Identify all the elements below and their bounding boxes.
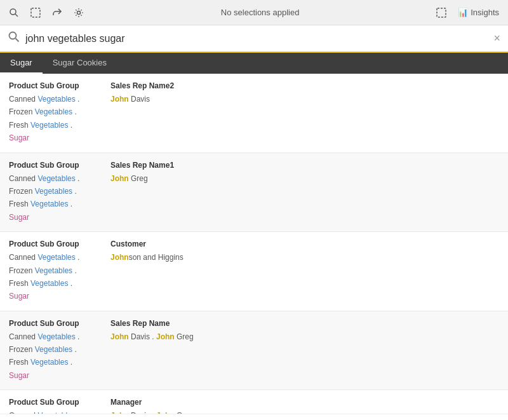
field-values: Canned Vegetables .Frozen Vegetables .Fr…	[9, 93, 103, 145]
highlight-blue: Vegetables	[37, 253, 75, 262]
table-row: Product Sub GroupCanned Vegetables .Froz…	[0, 153, 508, 233]
toolbar-status: No selections applied	[91, 8, 429, 17]
show-more-area: Show me more	[0, 414, 508, 420]
plain-text: Davis .	[129, 411, 156, 414]
table-row: Product Sub GroupCanned Vegetables .Froz…	[0, 390, 508, 414]
plain-text: .	[76, 253, 80, 262]
plain-text: Frozen	[9, 187, 35, 196]
search-magnifier-icon	[8, 30, 20, 46]
plain-text: Fresh	[9, 121, 30, 130]
result-right: Sales Rep NameJohn Davis . John Greg	[110, 319, 499, 383]
highlight-blue: Vegetables	[35, 266, 72, 275]
highlight-yellow: John	[110, 253, 129, 262]
search-bar: ×	[0, 25, 508, 53]
plain-text: Fresh	[9, 200, 30, 208]
result-left: Product Sub GroupCanned Vegetables .Froz…	[9, 240, 110, 303]
plain-text: Frozen	[9, 345, 35, 354]
plain-text: Canned	[9, 253, 37, 262]
field-right-values: John Davis . John Greg	[110, 409, 499, 414]
smart-search-icon[interactable]	[432, 4, 450, 22]
field-values: Canned Vegetables .Frozen Vegetables .Fr…	[9, 251, 103, 303]
toolbar: No selections applied 📊 Insights	[0, 0, 508, 25]
plain-text: son and Higgins	[129, 253, 184, 262]
plain-text: Canned	[9, 411, 37, 414]
svg-rect-4	[437, 8, 446, 17]
tab-sugar-cookies[interactable]: Sugar Cookies	[43, 53, 117, 74]
highlight-blue: Vegetables	[30, 279, 68, 288]
table-row: Product Sub GroupCanned Vegetables .Froz…	[0, 232, 508, 311]
tag-sugar: Sugar	[9, 133, 29, 142]
highlight-blue: Vegetables	[30, 358, 68, 367]
highlight-yellow: John	[110, 332, 129, 341]
clear-search-icon[interactable]: ×	[493, 32, 500, 45]
result-right: CustomerJohnson and Higgins	[110, 240, 499, 303]
plain-text: Fresh	[9, 279, 30, 288]
settings-icon[interactable]	[70, 4, 88, 22]
result-left: Product Sub GroupCanned Vegetables .Froz…	[9, 319, 110, 383]
result-right: Sales Rep Name1John Greg	[110, 161, 499, 224]
field-right-values: John Davis . John Greg	[110, 330, 499, 343]
highlight-blue: Vegetables	[30, 121, 68, 130]
plain-text: Greg	[129, 174, 148, 183]
highlight-blue: Vegetables	[37, 411, 75, 414]
plain-text: .	[68, 200, 72, 208]
insights-button[interactable]: 📊 Insights	[454, 6, 503, 18]
table-row: Product Sub GroupCanned Vegetables .Froz…	[0, 311, 508, 391]
field-right-values: Johnson and Higgins	[110, 251, 499, 264]
svg-point-3	[77, 11, 81, 14]
highlight-blue: Vegetables	[35, 187, 72, 196]
highlight-blue: Vegetables	[37, 174, 75, 183]
field-values: Canned Vegetables .Frozen Vegetables .Fr…	[9, 409, 103, 414]
plain-text: Canned	[9, 174, 37, 183]
highlight-yellow: John	[156, 332, 175, 341]
svg-line-6	[16, 39, 19, 42]
highlight-blue: Vegetables	[30, 200, 68, 208]
highlight-yellow: John	[110, 95, 129, 104]
field-values: Canned Vegetables .Frozen Vegetables .Fr…	[9, 172, 103, 224]
result-left: Product Sub GroupCanned Vegetables .Froz…	[9, 81, 110, 145]
plain-text: Davis	[129, 95, 150, 104]
plain-text: Fresh	[9, 358, 30, 367]
plain-text: Frozen	[9, 107, 35, 116]
plain-text: .	[68, 279, 72, 288]
tabs-bar: Sugar Sugar Cookies	[0, 53, 508, 74]
plain-text: Davis .	[129, 332, 156, 341]
bar-chart-icon: 📊	[458, 8, 468, 17]
result-right: Sales Rep Name2John Davis	[110, 81, 499, 145]
highlight-blue: Vegetables	[35, 107, 72, 116]
field-right-values: John Greg	[110, 172, 499, 185]
field-label: Product Sub Group	[9, 161, 103, 170]
field-label: Product Sub Group	[9, 81, 103, 90]
insights-label: Insights	[471, 8, 499, 17]
tab-sugar[interactable]: Sugar	[0, 53, 43, 74]
field-label: Product Sub Group	[9, 319, 103, 328]
svg-point-0	[10, 9, 16, 15]
svg-point-5	[10, 32, 17, 39]
field-label: Product Sub Group	[9, 240, 103, 248]
table-row: Product Sub GroupCanned Vegetables .Froz…	[0, 74, 508, 153]
plain-text: .	[68, 358, 72, 367]
plain-text: .	[72, 187, 77, 196]
plain-text: Frozen	[9, 266, 35, 275]
plain-text: Greg	[175, 411, 194, 414]
plain-text: .	[72, 107, 77, 116]
svg-rect-2	[31, 8, 40, 17]
search-icon[interactable]	[5, 4, 23, 22]
result-right: ManagerJohn Davis . John Greg	[110, 398, 499, 414]
highlight-blue: Vegetables	[37, 95, 75, 104]
search-input[interactable]	[25, 33, 488, 44]
highlight-yellow: John	[110, 174, 129, 183]
plain-text: .	[76, 95, 80, 104]
svg-line-1	[15, 14, 18, 17]
share-icon[interactable]	[48, 4, 66, 22]
field-right-label: Customer	[110, 240, 499, 248]
field-values: Canned Vegetables .Frozen Vegetables .Fr…	[9, 330, 103, 383]
field-right-label: Sales Rep Name1	[110, 161, 499, 170]
plain-text: .	[76, 411, 80, 414]
tag-sugar: Sugar	[9, 371, 29, 380]
tag-sugar: Sugar	[9, 292, 29, 301]
plain-text: Canned	[9, 332, 37, 341]
selection-icon[interactable]	[27, 4, 44, 22]
field-label: Product Sub Group	[9, 398, 103, 407]
plain-text: .	[72, 345, 77, 354]
